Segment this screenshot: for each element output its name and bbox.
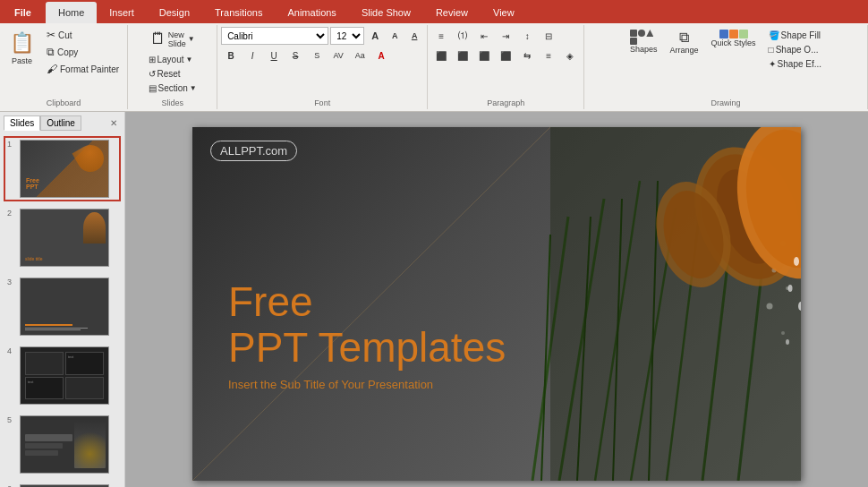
para-row-1: ≡ ⑴ ⇤ ⇥ ↕ ⊟ — [431, 27, 558, 45]
ribbon: 📋 Paste ✂ Cut ⧉ Copy 🖌 Format Painter — [0, 23, 868, 112]
font-size-select[interactable]: 12 — [330, 27, 364, 45]
clear-formatting-button[interactable]: A — [405, 27, 423, 45]
slide-num-4: 4 — [7, 346, 16, 355]
slide-thumb-2[interactable]: 2 slide title — [4, 205, 121, 270]
slide-panel-header: Slides Outline ✕ — [4, 115, 121, 131]
format-painter-icon: 🖌 — [47, 63, 57, 75]
tab-home[interactable]: Home — [46, 2, 97, 23]
columns-button[interactable]: ⊟ — [539, 27, 558, 45]
numbering-button[interactable]: ⑴ — [453, 27, 472, 45]
para-row-2: ⬛ ⬛ ⬛ ⬛ ⇆ ≡ ◈ — [431, 47, 580, 64]
font-label: Font — [217, 98, 427, 107]
slide-img-2: slide title — [20, 209, 109, 267]
tab-design[interactable]: Design — [147, 2, 202, 23]
layout-dropdown-icon: ▼ — [186, 56, 193, 64]
font-color-button[interactable]: A — [371, 47, 391, 64]
align-right-button[interactable]: ⬛ — [474, 47, 494, 64]
slide-subtitle: Insert the Sub Title of Your Presentatio… — [228, 378, 506, 391]
slide-num-1: 1 — [7, 140, 16, 149]
strikethrough-button[interactable]: S — [285, 47, 305, 64]
slide-img-3 — [20, 278, 109, 336]
line-spacing-button[interactable]: ↕ — [517, 27, 537, 45]
shape-effects-col: 🪣 Shape Fill □ Shape O... ✦ Shape Ef... — [764, 29, 826, 71]
tab-animations[interactable]: Animations — [275, 2, 348, 23]
paragraph-group: ≡ ⑴ ⇤ ⇥ ↕ ⊟ ⬛ ⬛ ⬛ ⬛ ⇆ ≡ ◈ Paragraph — [428, 25, 584, 109]
new-slide-dropdown-icon: ▼ — [188, 35, 195, 43]
char-spacing-button[interactable]: AV — [328, 47, 348, 64]
align-left-button[interactable]: ⬛ — [431, 47, 451, 64]
increase-font-button[interactable]: A — [366, 27, 384, 45]
tab-review[interactable]: Review — [423, 2, 481, 23]
panel-tab-slides[interactable]: Slides — [4, 115, 40, 131]
tab-view[interactable]: View — [481, 2, 527, 23]
drawing-content: Shapes ⧉ Arrange Quick Styles 🪣 — [625, 27, 826, 107]
font-family-select[interactable]: Calibri — [221, 27, 328, 45]
font-row-2: B I U S S AV Aa A — [221, 47, 391, 64]
decrease-indent-button[interactable]: ⇤ — [474, 27, 494, 45]
svg-point-28 — [786, 339, 789, 345]
layout-button[interactable]: ⊞ Layout ▼ — [144, 53, 201, 66]
slide-thumb-6[interactable]: 6 — [4, 481, 121, 487]
arrange-button[interactable]: ⧉ Arrange — [666, 27, 703, 57]
shape-outline-button[interactable]: □ Shape O... — [764, 43, 826, 56]
copy-button[interactable]: ⧉ Copy — [42, 44, 123, 60]
clipboard-secondary: ✂ Cut ⧉ Copy 🖌 Format Painter — [42, 27, 123, 77]
canvas-area: ALLPPT.com Free PPT Templates Insert the… — [125, 112, 868, 487]
tab-slideshow[interactable]: Slide Show — [349, 2, 423, 23]
slide-canvas[interactable]: ALLPPT.com Free PPT Templates Insert the… — [192, 127, 801, 481]
font-group: Calibri 12 A A A B I U S S AV Aa — [217, 25, 428, 109]
reset-button[interactable]: ↺ Reset — [144, 67, 201, 81]
bold-button[interactable]: B — [221, 47, 241, 64]
quick-styles-button[interactable]: Quick Styles — [707, 27, 761, 50]
panel-tabs: Slides Outline — [4, 115, 81, 131]
cut-button[interactable]: ✂ Cut — [42, 27, 123, 43]
slide-thumb-3[interactable]: 3 — [4, 274, 121, 339]
cut-icon: ✂ — [47, 29, 55, 41]
change-case-button[interactable]: Aa — [350, 47, 370, 64]
slide-img-5 — [20, 415, 109, 474]
format-painter-button[interactable]: 🖌 Format Painter — [42, 61, 123, 77]
shapes-button[interactable]: Shapes — [625, 27, 662, 56]
tab-transitions[interactable]: Transitions — [202, 2, 275, 23]
slide-num-3: 3 — [7, 278, 16, 286]
slides-group: 🗒 New Slide ▼ ⊞ Layout ▼ — [128, 25, 217, 109]
tab-insert[interactable]: Insert — [97, 2, 147, 23]
panel-tab-outline[interactable]: Outline — [40, 115, 81, 131]
slide-brand: ALLPPT.com — [210, 141, 297, 161]
bullets-button[interactable]: ≡ — [431, 27, 451, 45]
shape-fill-button[interactable]: 🪣 Shape Fill — [764, 29, 826, 42]
clipboard-group: 📋 Paste ✂ Cut ⧉ Copy 🖌 Format Painter — [0, 25, 128, 109]
text-direction-button[interactable]: ⇆ — [517, 47, 537, 64]
tab-file[interactable]: File — [0, 2, 46, 23]
section-button[interactable]: ▤ Section ▼ — [144, 81, 201, 95]
drawing-group: Shapes ⧉ Arrange Quick Styles 🪣 — [584, 25, 868, 109]
align-text-button[interactable]: ≡ — [539, 47, 558, 64]
layout-icon: ⊞ — [149, 55, 156, 64]
close-panel-button[interactable]: ✕ — [106, 116, 121, 131]
underline-button[interactable]: U — [264, 47, 284, 64]
shapes-preview — [630, 30, 657, 45]
paste-button[interactable]: 📋 Paste — [4, 27, 40, 70]
align-center-button[interactable]: ⬛ — [453, 47, 472, 64]
new-slide-button[interactable]: 🗒 New Slide ▼ — [146, 27, 200, 51]
clipboard-content: 📋 Paste ✂ Cut ⧉ Copy 🖌 Format Painter — [4, 27, 123, 107]
italic-button[interactable]: I — [243, 47, 262, 64]
slide-thumb-4[interactable]: 4 text text — [4, 343, 121, 408]
ribbon-content: 📋 Paste ✂ Cut ⧉ Copy 🖌 Format Painter — [0, 23, 868, 111]
quick-styles-preview — [719, 30, 748, 38]
increase-indent-button[interactable]: ⇥ — [496, 27, 515, 45]
reset-icon: ↺ — [149, 69, 156, 79]
justify-button[interactable]: ⬛ — [496, 47, 515, 64]
font-content: Calibri 12 A A A B I U S S AV Aa — [221, 27, 423, 107]
slide-num-5: 5 — [7, 415, 16, 424]
arrange-icon: ⧉ — [679, 30, 689, 46]
shape-effects-button[interactable]: ✦ Shape Ef... — [764, 57, 826, 71]
decrease-font-button[interactable]: A — [386, 27, 404, 45]
slide-thumb-1[interactable]: 1 FreePPT — [4, 136, 121, 201]
slide-title-line2: PPT Templates — [228, 325, 506, 371]
tab-bar: File Home Insert Design Transitions Anim… — [0, 0, 868, 23]
smartart-button[interactable]: ◈ — [560, 47, 580, 64]
slide-panel: Slides Outline ✕ 1 FreePPT 2 slide title… — [0, 112, 125, 487]
text-shadow-button[interactable]: S — [307, 47, 327, 64]
slide-thumb-5[interactable]: 5 — [4, 412, 121, 477]
